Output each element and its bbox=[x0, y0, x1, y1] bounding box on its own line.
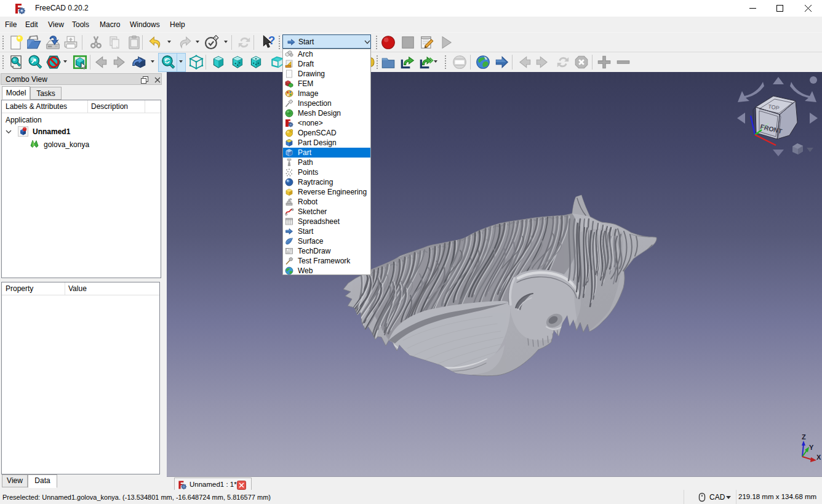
svg-text:Z: Z bbox=[802, 433, 806, 441]
svg-text:X: X bbox=[816, 454, 821, 461]
svg-text:Y: Y bbox=[809, 444, 814, 451]
